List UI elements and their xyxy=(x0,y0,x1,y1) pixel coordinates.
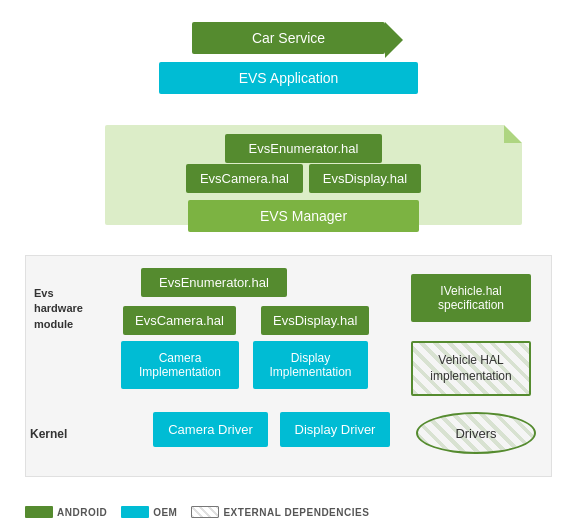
legend-external: EXTERNAL DEPENDENCIES xyxy=(191,506,369,518)
kernel-label: Kernel xyxy=(30,427,67,441)
android-legend-label: ANDROID xyxy=(57,507,107,518)
legend: ANDROID OEM EXTERNAL DEPENDENCIES xyxy=(25,506,567,518)
lower-camera-hal-box: EvsCamera.hal xyxy=(123,306,236,335)
evs-manager-box: EVS Manager xyxy=(188,200,419,232)
evs-app-label: EVS Application xyxy=(239,70,339,86)
display-impl-box: DisplayImplementation xyxy=(253,341,368,389)
evs-camera-top-label: EvsCamera.hal xyxy=(200,171,289,186)
vehicle-hal-label: Vehicle HALimplementation xyxy=(430,353,511,384)
external-legend-label: EXTERNAL DEPENDENCIES xyxy=(223,507,369,518)
display-driver-box: Display Driver xyxy=(280,412,390,447)
top-display-box: EvsDisplay.hal xyxy=(309,164,421,193)
top-hal-pair: EvsCamera.hal EvsDisplay.hal xyxy=(186,164,421,193)
camera-impl-box: CameraImplementation xyxy=(121,341,239,389)
paper-fold xyxy=(504,125,522,143)
evs-manager-label: EVS Manager xyxy=(260,208,347,224)
ivehicle-box: IVehicle.halspecification xyxy=(411,274,531,322)
car-service-box: Car Service xyxy=(192,22,385,54)
car-service-label: Car Service xyxy=(252,30,325,46)
architecture-diagram: Car Service EVS Application EvsEnumerato… xyxy=(0,0,577,522)
evs-hw-line2: hardware xyxy=(34,302,83,314)
external-color-swatch xyxy=(191,506,219,518)
evs-hw-line1: Evs xyxy=(34,287,54,299)
evs-display-top-label: EvsDisplay.hal xyxy=(323,171,407,186)
android-color-swatch xyxy=(25,506,53,518)
vehicle-hal-box: Vehicle HALimplementation xyxy=(411,341,531,396)
legend-android: ANDROID xyxy=(25,506,107,518)
evs-enumerator-lower-label: EvsEnumerator.hal xyxy=(159,275,269,290)
top-enumerator-box: EvsEnumerator.hal xyxy=(225,134,383,163)
oem-color-swatch xyxy=(121,506,149,518)
evs-camera-lower-label: EvsCamera.hal xyxy=(135,313,224,328)
lower-enumerator-box: EvsEnumerator.hal xyxy=(141,268,287,297)
display-impl-label: DisplayImplementation xyxy=(269,351,351,379)
evs-manager-container: EVS Manager xyxy=(188,200,419,232)
lower-display-inner: EvsDisplay.hal xyxy=(261,306,369,335)
car-service-row: Car Service xyxy=(120,22,457,54)
evs-display-lower-label: EvsDisplay.hal xyxy=(273,313,357,328)
drivers-ellipse: Drivers xyxy=(416,412,536,454)
ivehicle-label: IVehicle.halspecification xyxy=(438,284,504,312)
camera-driver-box: Camera Driver xyxy=(153,412,268,447)
camera-driver-label: Camera Driver xyxy=(168,422,253,437)
lower-enumerator-inner: EvsEnumerator.hal xyxy=(141,268,287,297)
lower-camera-inner: EvsCamera.hal xyxy=(123,306,236,335)
oem-legend-label: OEM xyxy=(153,507,177,518)
evs-hw-label: Evs hardware module xyxy=(34,286,114,332)
camera-impl-label: CameraImplementation xyxy=(139,351,221,379)
top-enumerator-row: EvsEnumerator.hal xyxy=(0,134,577,163)
lower-display-hal-box: EvsDisplay.hal xyxy=(261,306,369,335)
evs-app-box: EVS Application xyxy=(159,62,419,94)
top-hal-row: EvsCamera.hal EvsDisplay.hal xyxy=(0,164,577,193)
evs-manager-row: EVS Manager xyxy=(0,200,577,232)
legend-oem: OEM xyxy=(121,506,177,518)
display-driver-label: Display Driver xyxy=(295,422,376,437)
kernel-text: Kernel xyxy=(30,427,67,441)
drivers-label: Drivers xyxy=(455,426,496,441)
evs-enumerator-top-label: EvsEnumerator.hal xyxy=(249,141,359,156)
top-camera-box: EvsCamera.hal xyxy=(186,164,303,193)
evs-app-row: EVS Application xyxy=(100,62,477,94)
evs-hw-line3: module xyxy=(34,318,73,330)
